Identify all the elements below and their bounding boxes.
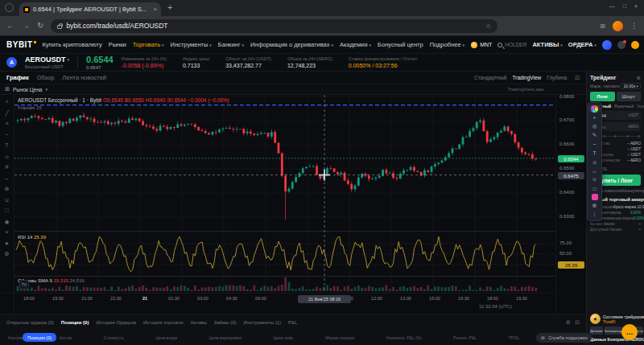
bottom-tab[interactable]: Позиции (0) [61, 320, 89, 325]
nav-item[interactable]: Рынки [109, 41, 126, 48]
lock-tool-icon[interactable]: □ [5, 207, 8, 213]
view-mode[interactable]: Глубина [547, 75, 567, 80]
bookmark-star-icon[interactable]: ☆ [485, 23, 491, 30]
bottom-tab[interactable]: История Ордеров [96, 320, 136, 325]
nav-item[interactable]: Банкинг▾ [218, 41, 244, 48]
brush-tool-icon[interactable]: ~ [5, 132, 8, 138]
calculator-link[interactable]: Калькулятор [622, 188, 644, 193]
delete-tool-icon[interactable]: × [5, 229, 8, 235]
order-type-tab[interactable]: Рыночный [614, 104, 634, 109]
long-button[interactable]: Лонг [590, 92, 615, 101]
crosshair-icon[interactable]: + [588, 113, 601, 121]
mnt-chip[interactable]: MNT [471, 42, 492, 48]
bottom-tab[interactable]: Займы (0) [214, 320, 237, 325]
color-swatch[interactable] [588, 193, 601, 201]
more-icon[interactable]: ⋮ [588, 211, 601, 219]
nav-item[interactable]: Академия▾ [340, 41, 371, 48]
bottom-tab[interactable]: История торговли [143, 320, 184, 325]
fullscreen-icon[interactable]: ⊡ [575, 75, 580, 81]
fib-tool-icon[interactable]: ≡ [5, 121, 8, 126]
support-button[interactable]: ☏ Служба поддержки [536, 333, 592, 343]
assets-menu[interactable]: АКТИВЫ▾ [532, 41, 562, 48]
nav-item[interactable]: Подробнее▾ [430, 41, 464, 48]
search-box[interactable]: HOLDER [497, 42, 526, 47]
candlestick-chart[interactable] [14, 95, 555, 293]
price-type-select[interactable]: Рынок Цена [13, 87, 43, 92]
bybit-logo[interactable]: BYBIT [6, 40, 36, 49]
account-action-button[interactable]: Депозит [590, 327, 603, 335]
emoji-icon[interactable]: ☺ [588, 158, 601, 166]
chart-tab[interactable]: Обзор [37, 74, 55, 81]
forward-button[interactable]: → [22, 22, 30, 30]
bottom-tab[interactable]: P&L [288, 320, 297, 325]
text-icon[interactable]: Т [588, 149, 601, 157]
chart-body[interactable]: +╱≡~Т☺#↔⊕∪□◉×★⚙ 0.68000.67000.66000.6500… [0, 95, 586, 314]
tab-close-icon[interactable]: × [153, 6, 157, 13]
browser-profile-avatar[interactable] [613, 21, 623, 31]
positions-pill-button[interactable]: Позиции (0) [23, 333, 56, 342]
nav-item[interactable]: Инструменты▾ [171, 41, 212, 48]
table-settings-icon[interactable]: ⚙ [566, 319, 571, 326]
tab-search-icon[interactable] [5, 3, 14, 12]
measure-icon[interactable]: ↔ [588, 166, 601, 175]
eye-tool-icon[interactable]: ◉ [4, 219, 9, 224]
extensions-icon[interactable]: ⊞ [600, 23, 605, 30]
price-axis[interactable]: 0.68000.67000.66000.65000.64000.630075.0… [555, 95, 586, 314]
leverage-select[interactable]: 10.00x▾ [621, 83, 641, 89]
favorites-tool-icon[interactable]: ★ [4, 240, 9, 246]
measure-tool-icon[interactable]: ↔ [4, 175, 10, 181]
settings-icon[interactable]: ⚙ [588, 202, 601, 210]
order-type-tab[interactable]: Условный [637, 104, 644, 109]
nav-item[interactable]: Торговать▾ [133, 41, 164, 48]
chart-tab[interactable]: Лента новостей [62, 74, 106, 81]
new-tab-button[interactable]: + [167, 2, 172, 12]
notifications-bell-icon[interactable] [617, 41, 625, 49]
trendline-tool-icon[interactable]: ╱ [5, 110, 8, 116]
brush-icon[interactable]: ~ [588, 140, 601, 148]
short-button[interactable]: Шорт [617, 92, 642, 101]
orders-menu[interactable]: ОРДЕРА▾ [568, 41, 597, 48]
bottom-tab[interactable]: Активы [191, 320, 207, 325]
window-maximize-button[interactable]: □ [623, 3, 626, 9]
rewards-icon[interactable] [631, 41, 639, 49]
table-expand-icon[interactable]: ⊡ [576, 319, 580, 326]
time-label: 22:30 [106, 296, 126, 301]
camera-icon[interactable]: □ [588, 184, 601, 192]
view-mode[interactable]: TradingView [513, 75, 542, 80]
user-avatar[interactable] [602, 40, 612, 50]
bottom-tab[interactable]: Открытые ордера (0) [6, 320, 54, 325]
nav-item[interactable]: Информация о деривативах▾ [250, 41, 333, 48]
window-close-button[interactable]: × [634, 3, 638, 9]
window-minimize-button[interactable]: — [609, 3, 615, 9]
zoom-tool-icon[interactable]: ⊕ [5, 186, 10, 191]
panel-settings-icon[interactable]: ⚙ [637, 75, 641, 80]
pattern-tool-icon[interactable]: # [6, 164, 9, 170]
chat-fab-button[interactable]: … [621, 324, 638, 340]
pair-selector[interactable]: AEROUSDT▾ Бессрочный USDT [25, 55, 69, 69]
nav-item[interactable]: Бонусный центр [378, 41, 423, 48]
tradingview-logo[interactable]: TV [19, 280, 29, 290]
chevron-down-icon: ▾ [369, 43, 372, 47]
nav-item[interactable]: Купить криптовалюту [43, 41, 102, 48]
target-icon[interactable]: ◎ [588, 122, 601, 130]
traders-promo[interactable]: ★ Состояние трейдеров TrustFi [590, 314, 641, 324]
chart-tab[interactable]: График [6, 74, 29, 81]
browser-tab[interactable]: 0.6544 | Трейдинг AEROUSDT | Bybit S... … [19, 2, 161, 16]
url-bar[interactable]: bybit.com/trade/usdt/AEROUSDT ☆ [51, 19, 497, 33]
text-tool-icon[interactable]: Т [5, 142, 8, 148]
pencil-icon[interactable]: ✎ [588, 131, 601, 139]
view-mode[interactable]: Стандартный [474, 75, 507, 80]
magnet-tool-icon[interactable]: ∪ [5, 197, 9, 203]
time-axis[interactable]: 18:0019:3021:0022:302101:3003:0004:3006:… [0, 293, 555, 303]
color-wheel-icon[interactable] [588, 105, 601, 113]
emoji-tool-icon[interactable]: ☺ [4, 154, 10, 159]
bottom-tab[interactable]: Инструменты (1) [244, 320, 281, 325]
browser-menu-icon[interactable]: ⋮ [630, 22, 638, 30]
layout-grid-icon[interactable]: ⊞ [5, 86, 10, 92]
url-text[interactable]: bybit.com/trade/usdt/AEROUSDT [66, 22, 481, 30]
reload-button[interactable]: ↻ [37, 22, 43, 30]
settings-tool-icon[interactable]: ⚙ [4, 251, 9, 257]
back-button[interactable]: ← [6, 22, 14, 30]
magnet-icon[interactable]: ∪ [588, 175, 601, 183]
cursor-tool-icon[interactable]: + [5, 99, 8, 105]
